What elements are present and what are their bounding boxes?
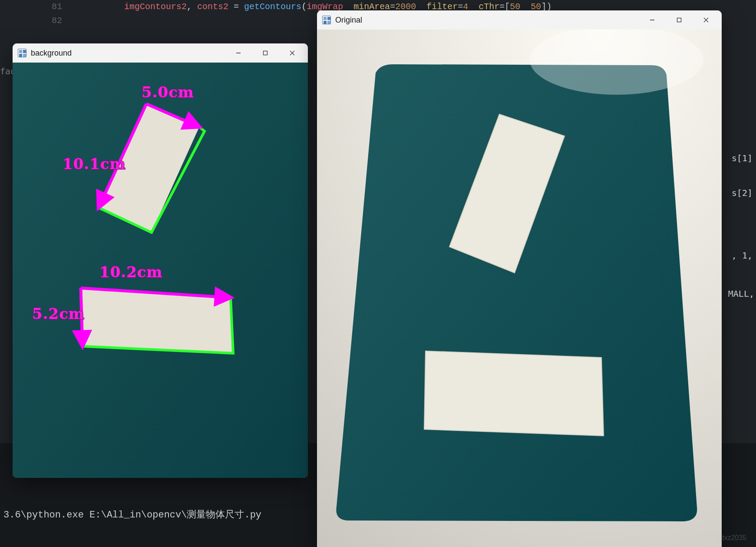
measure-width-2: 10.2cm — [99, 263, 163, 281]
titlebar-original[interactable]: Original — [317, 10, 722, 30]
line-number: 81 — [0, 0, 62, 14]
image-canvas-background: 5.0cm 10.1cm 10.2cm 5.2cm — [13, 63, 308, 478]
svg-rect-1 — [264, 51, 267, 55]
maximize-button[interactable] — [252, 45, 278, 61]
measure-height-2: 5.2cm — [32, 305, 85, 322]
close-button[interactable] — [693, 12, 719, 28]
close-button[interactable] — [279, 45, 305, 61]
measure-height-1: 10.1cm — [63, 155, 126, 172]
window-title: Original — [335, 16, 362, 25]
code-fragment: s[1] — [732, 151, 753, 165]
minimize-button[interactable] — [639, 12, 665, 28]
opencv-app-icon — [18, 49, 26, 57]
titlebar-background[interactable]: background — [13, 43, 308, 63]
code-fragment: , 1, — [732, 249, 753, 262]
opencv-app-icon — [322, 16, 331, 24]
code-fragment: MALL, — [728, 287, 754, 301]
window-original[interactable]: Original — [317, 10, 722, 547]
code-fragment: s[2] — [732, 186, 753, 200]
line-number: 82 — [0, 14, 62, 28]
svg-rect-13 — [677, 18, 681, 22]
window-background[interactable]: background — [13, 43, 308, 478]
svg-marker-20 — [424, 351, 604, 436]
watermark: CSDN @txz2035 — [693, 534, 746, 542]
line-number — [0, 28, 62, 42]
terminal-line: 3.6\python.exe E:\All_in\opencv\测量物体尺寸.p… — [3, 510, 261, 520]
window-title: background — [31, 49, 72, 58]
image-canvas-original — [317, 30, 722, 547]
maximize-button[interactable] — [666, 12, 692, 28]
minimize-button[interactable] — [225, 45, 251, 61]
measure-width-1: 5.0cm — [142, 83, 194, 101]
